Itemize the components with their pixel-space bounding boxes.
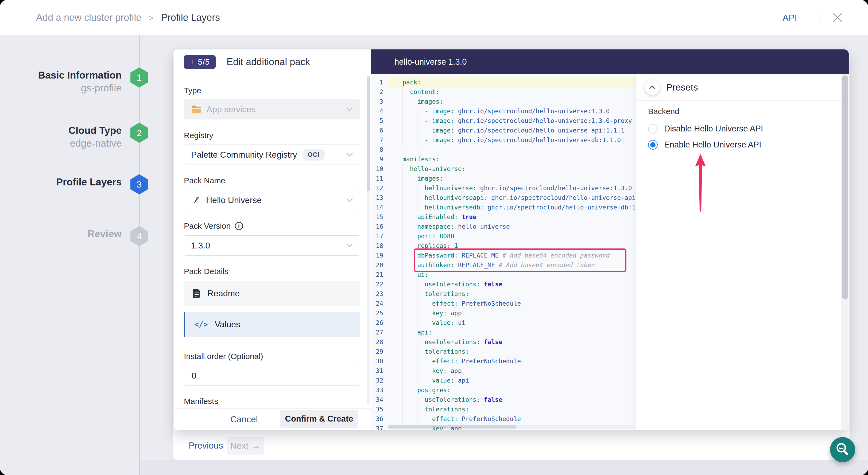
step-subtitle: edge-native [9, 137, 122, 150]
step-number-hexagon: 1 [130, 67, 148, 88]
line-number: 34 [371, 395, 388, 405]
code-line-11[interactable]: 11 images: [371, 173, 636, 183]
type-label: Type [184, 86, 201, 95]
code-line-28[interactable]: 28 useTolerations: false [371, 337, 636, 347]
form-scrollbar-thumb[interactable] [367, 76, 370, 191]
line-number: 37 [371, 424, 388, 430]
line-number: 17 [371, 231, 388, 241]
code-line-4[interactable]: 4 - image: ghcr.io/spectrocloud/hello-un… [371, 106, 636, 116]
stepper-line [139, 35, 140, 475]
help-search-fab[interactable] [830, 437, 855, 462]
pack-version-label: Pack Version [184, 221, 244, 230]
code-line-18[interactable]: 18 replicas: 1 [371, 241, 636, 251]
top-bar: Add a new cluster profile > Profile Laye… [0, 0, 868, 35]
code-line-23[interactable]: 23 tolerations: [371, 289, 636, 299]
line-number: 19 [371, 251, 388, 260]
code-line-36[interactable]: 36 effect: PreferNoSchedule [371, 414, 636, 424]
step-subtitle: gs-profile [9, 82, 122, 95]
code-line-15[interactable]: 15 apiEnabled: true [371, 212, 636, 222]
preset-radio-disable-hello-universe-api[interactable]: Disable Hello Universe API [648, 123, 763, 135]
code-line-9[interactable]: 9manifests: [371, 154, 636, 164]
api-link[interactable]: API [782, 0, 797, 35]
pack-details-values-tab[interactable]: </> Values [184, 312, 360, 337]
code-line-3[interactable]: 3 images: [371, 97, 636, 106]
code-line-26[interactable]: 26 value: ui [371, 318, 636, 327]
preset-option-label: Enable Hello Universe API [664, 140, 762, 150]
previous-button[interactable]: Previous [189, 436, 223, 455]
code-line-2[interactable]: 2 content: [371, 87, 636, 97]
code-line-32[interactable]: 32 value: api [371, 376, 636, 385]
code-line-29[interactable]: 29 tolerations: [371, 347, 636, 356]
modal-title: Edit additional pack [227, 50, 310, 74]
code-line-7[interactable]: 7 - image: ghcr.io/spectrocloud/hello-un… [371, 135, 636, 145]
modal-scrollbar-thumb[interactable] [842, 75, 848, 299]
code-line-12[interactable]: 12 hellouniverse: ghcr.io/spectrocloud/h… [371, 183, 636, 193]
yaml-code-editor[interactable]: 1pack:2 content:3 images:4 - image: ghcr… [371, 74, 636, 430]
code-line-30[interactable]: 30 effect: PreferNoSchedule [371, 356, 636, 366]
step-number-hexagon: 4 [130, 226, 148, 246]
chevron-down-icon [346, 107, 353, 112]
breadcrumb-separator: > [149, 13, 154, 23]
code-line-1[interactable]: 1pack: [371, 77, 636, 87]
presets-panel: Presets Backend Disable Hello Universe A… [636, 74, 841, 430]
code-line-6[interactable]: 6 - image: ghcr.io/spectrocloud/hello-un… [371, 126, 636, 135]
preset-radio-enable-hello-universe-api[interactable]: Enable Hello Universe API [648, 139, 762, 151]
next-button[interactable]: Next → [227, 437, 264, 455]
modal-scrollbar[interactable] [841, 74, 849, 430]
code-line-8[interactable]: 8 [371, 145, 636, 154]
code-line-31[interactable]: 31 key: app [371, 366, 636, 376]
code-line-37[interactable]: 37 key: app [371, 424, 636, 430]
line-number: 3 [371, 97, 388, 106]
magnifier-smile-icon [834, 441, 851, 458]
code-line-35[interactable]: 35 tolerations: [371, 405, 636, 414]
code-line-10[interactable]: 10 hello-universe: [371, 164, 636, 173]
code-line-5[interactable]: 5 - image: ghcr.io/spectrocloud/hello-un… [371, 116, 636, 126]
annotation-arrow [694, 154, 706, 212]
pack-name-select[interactable]: Hello Universe [184, 190, 360, 210]
edit-pack-modal: + 5/5 Edit additional pack Type App serv… [174, 50, 849, 430]
step-title: Review [9, 228, 122, 241]
code-line-33[interactable]: 33 postgres: [371, 385, 636, 395]
code-line-34[interactable]: 34 useTolerations: false [371, 395, 636, 405]
line-number: 33 [371, 385, 388, 395]
line-number: 12 [371, 183, 388, 193]
form-scrollbar[interactable] [367, 76, 370, 405]
code-line-21[interactable]: 21 ui: [371, 270, 636, 280]
backend-section-label: Backend [648, 107, 679, 116]
code-line-17[interactable]: 17 port: 8080 [371, 231, 636, 241]
line-number: 20 [371, 260, 388, 270]
code-line-27[interactable]: 27 api: [371, 327, 636, 337]
confirm-create-button[interactable]: Confirm & Create [280, 410, 358, 428]
code-line-24[interactable]: 24 effect: PreferNoSchedule [371, 299, 636, 308]
registry-select[interactable]: Palette Community Registry OCI [184, 145, 360, 165]
line-number: 35 [371, 405, 388, 414]
line-number: 18 [371, 241, 388, 251]
step-number-hexagon: 2 [130, 123, 148, 143]
breadcrumb-parent-link[interactable]: Add a new cluster profile [36, 12, 142, 23]
code-line-20[interactable]: 20 authToken: REPLACE_ME # Add base64 en… [371, 260, 636, 270]
line-number: 15 [371, 212, 388, 222]
code-line-13[interactable]: 13 hellouniverseapi: ghcr.io/spectroclou… [371, 193, 636, 202]
code-line-14[interactable]: 14 hellouniversedb: ghcr.io/spectrocloud… [371, 202, 636, 212]
code-line-16[interactable]: 16 namespace: hello-universe [371, 222, 636, 231]
pack-version-value: 1.3.0 [191, 241, 210, 251]
type-select[interactable]: App services [184, 99, 360, 119]
close-wizard-icon[interactable] [831, 11, 844, 25]
pack-details-readme-tab[interactable]: Readme [184, 281, 360, 306]
line-number: 9 [371, 154, 388, 164]
pack-version-select[interactable]: 1.3.0 [184, 235, 360, 256]
values-tab-label: Values [215, 319, 240, 329]
collapse-presets-button[interactable] [645, 80, 660, 95]
pack-name-label: Pack Name [184, 176, 225, 185]
pack-name-value: Hello Universe [206, 195, 261, 205]
install-order-input[interactable]: 0 [184, 366, 360, 385]
code-line-22[interactable]: 22 useTolerations: false [371, 280, 636, 289]
step-title: Cloud Type [9, 124, 122, 137]
step-number-hexagon: 3 [130, 174, 148, 194]
line-number: 11 [371, 173, 388, 183]
code-line-19[interactable]: 19 dbPassword: REPLACE_ME # Add base64 e… [371, 251, 636, 260]
next-arrow-icon: → [251, 441, 260, 451]
palette-app-window: Add a new cluster profile > Profile Laye… [0, 0, 868, 475]
code-line-25[interactable]: 25 key: app [371, 308, 636, 318]
cancel-button[interactable]: Cancel [230, 412, 258, 427]
